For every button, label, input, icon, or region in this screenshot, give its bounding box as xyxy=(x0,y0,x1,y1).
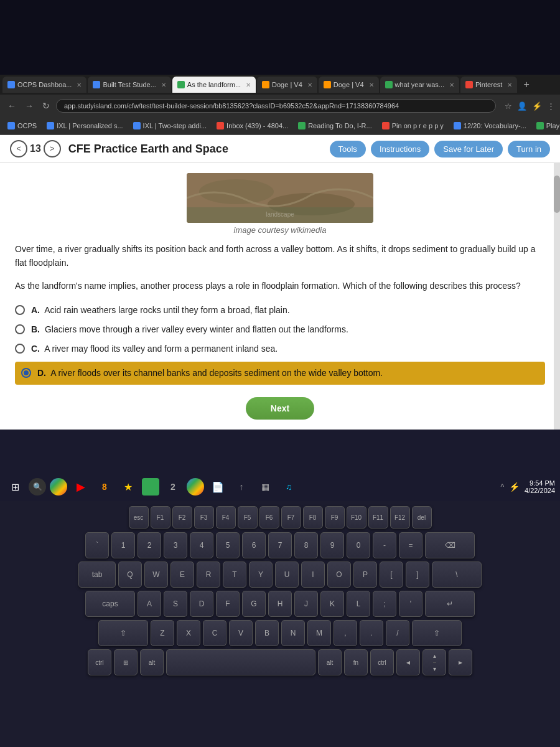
taskbar-music-icon[interactable]: ♫ xyxy=(279,477,299,497)
key-c[interactable]: C xyxy=(203,620,226,646)
new-tab-button[interactable]: + xyxy=(518,79,534,90)
menu-icon[interactable]: ⋮ xyxy=(547,101,555,111)
key-f6[interactable]: F6 xyxy=(259,506,279,529)
key-ctrl-right[interactable]: ctrl xyxy=(370,649,394,675)
key-i[interactable]: I xyxy=(301,561,325,588)
key-q[interactable]: Q xyxy=(118,561,142,588)
next-button[interactable]: Next xyxy=(246,397,314,420)
key-arrow-left[interactable]: ◂ xyxy=(396,649,420,675)
taskbar-file-icon[interactable]: 📄 xyxy=(208,477,228,497)
key-h[interactable]: H xyxy=(268,591,292,617)
key-y[interactable]: Y xyxy=(249,561,273,588)
taskbar-wifi-icon[interactable]: ⚡ xyxy=(509,482,520,492)
key-k[interactable]: K xyxy=(320,591,344,617)
key-comma[interactable]: , xyxy=(334,620,357,646)
key-shift-left[interactable]: ⇧ xyxy=(98,620,148,646)
turn-in-button[interactable]: Turn in xyxy=(508,141,550,157)
taskbar-table-icon[interactable]: ▦ xyxy=(255,477,275,497)
key-minus[interactable]: - xyxy=(373,532,396,558)
tab-pinterest[interactable]: Pinterest ✕ xyxy=(460,77,517,93)
tab-close-landform[interactable]: ✕ xyxy=(246,82,251,88)
key-a[interactable]: A xyxy=(138,591,161,617)
tab-close-pinterest[interactable]: ✕ xyxy=(507,82,512,88)
key-caps[interactable]: caps xyxy=(85,591,135,617)
key-3[interactable]: 3 xyxy=(164,532,187,558)
tab-landform[interactable]: As the landform... ✕ xyxy=(172,77,256,93)
key-equals[interactable]: = xyxy=(399,532,422,558)
option-c[interactable]: C. A river may flood its valley and form… xyxy=(15,342,545,355)
key-j[interactable]: J xyxy=(294,591,318,617)
url-bar[interactable]: app.studyisland.com/cfw/test/test-builde… xyxy=(56,99,496,113)
key-8[interactable]: 8 xyxy=(294,532,318,558)
key-ctrl-left[interactable]: ctrl xyxy=(88,649,111,675)
tab-doge1[interactable]: Doge | V4 ✕ xyxy=(257,77,317,93)
tab-close-ocps[interactable]: ✕ xyxy=(77,82,82,88)
refresh-button[interactable]: ↻ xyxy=(40,100,52,112)
key-m[interactable]: M xyxy=(307,620,331,646)
key-f10[interactable]: F10 xyxy=(347,506,366,529)
option-a[interactable]: A. Acid rain weathers large rocks until … xyxy=(15,304,545,317)
key-t[interactable]: T xyxy=(223,561,246,588)
tab-google[interactable]: what year was... ✕ xyxy=(380,77,459,93)
bookmark-vocab[interactable]: 12/20: Vocabulary-... xyxy=(451,121,529,131)
key-f11[interactable]: F11 xyxy=(368,506,388,529)
radio-b[interactable] xyxy=(15,324,25,334)
taskbar-caret-icon[interactable]: ^ xyxy=(500,482,504,491)
taskbar-arrow-icon[interactable]: ↑ xyxy=(231,477,251,497)
key-del[interactable]: del xyxy=(412,506,432,529)
scrollbar-thumb[interactable] xyxy=(554,176,560,213)
key-backspace[interactable]: ⌫ xyxy=(425,532,475,558)
key-alt-right[interactable]: alt xyxy=(318,649,342,675)
key-o[interactable]: O xyxy=(327,561,351,588)
key-s[interactable]: S xyxy=(164,591,187,617)
key-enter[interactable]: ↵ xyxy=(425,591,475,617)
tab-close-doge2[interactable]: ✕ xyxy=(369,82,374,88)
key-d[interactable]: D xyxy=(190,591,213,617)
bookmark-ocps[interactable]: OCPS xyxy=(5,121,39,131)
key-bracket-right[interactable]: ] xyxy=(406,561,429,588)
key-n[interactable]: N xyxy=(281,620,305,646)
taskbar-chrome-icon[interactable] xyxy=(50,478,67,496)
key-w[interactable]: W xyxy=(144,561,168,588)
key-g[interactable]: G xyxy=(242,591,266,617)
tab-ocps[interactable]: OCPS Dashboa... ✕ xyxy=(2,77,86,93)
bookmark-inbox[interactable]: Inbox (439) - 4804... xyxy=(214,121,291,131)
key-b[interactable]: B xyxy=(255,620,279,646)
key-p[interactable]: P xyxy=(353,561,377,588)
bookmark-santa[interactable]: Play Santa's Works... xyxy=(534,121,560,131)
key-backtick[interactable]: ` xyxy=(85,532,109,558)
radio-d[interactable] xyxy=(21,368,31,378)
key-arrow-right[interactable]: ▸ xyxy=(449,649,472,675)
key-tab[interactable]: tab xyxy=(78,561,116,588)
key-0[interactable]: 0 xyxy=(347,532,370,558)
forward-button[interactable]: → xyxy=(22,100,36,112)
taskbar-search-icon[interactable]: 🔍 xyxy=(29,478,46,496)
scrollbar[interactable] xyxy=(554,163,560,430)
key-f[interactable]: F xyxy=(216,591,240,617)
key-4[interactable]: 4 xyxy=(190,532,213,558)
key-f7[interactable]: F7 xyxy=(281,506,301,529)
key-fn-right[interactable]: fn xyxy=(344,649,368,675)
taskbar-windows-icon[interactable]: ⊞ xyxy=(5,477,25,497)
bookmark-star-icon[interactable]: ☆ xyxy=(505,101,512,111)
bookmark-ixl2[interactable]: IXL | Two-step addi... xyxy=(131,121,210,131)
key-alt-left[interactable]: alt xyxy=(140,649,164,675)
bookmark-pin[interactable]: Pin on p r e p p y xyxy=(380,121,446,131)
profile-icon[interactable]: 👤 xyxy=(517,101,527,111)
radio-c[interactable] xyxy=(15,344,25,354)
key-shift-right[interactable]: ⇧ xyxy=(412,620,462,646)
radio-a[interactable] xyxy=(15,305,25,315)
tab-close-google[interactable]: ✕ xyxy=(449,82,454,88)
prev-question-button[interactable]: < xyxy=(10,140,27,157)
key-7[interactable]: 7 xyxy=(268,532,292,558)
key-u[interactable]: U xyxy=(275,561,299,588)
key-f12[interactable]: F12 xyxy=(390,506,410,529)
key-period[interactable]: . xyxy=(360,620,383,646)
key-semicolon[interactable]: ; xyxy=(373,591,396,617)
key-win[interactable]: ⊞ xyxy=(114,649,138,675)
save-for-later-button[interactable]: Save for Later xyxy=(434,141,503,157)
key-f3[interactable]: F3 xyxy=(194,506,214,529)
tab-close-doge1[interactable]: ✕ xyxy=(307,82,312,88)
key-l[interactable]: L xyxy=(347,591,370,617)
taskbar-star-icon[interactable]: ★ xyxy=(118,477,138,497)
